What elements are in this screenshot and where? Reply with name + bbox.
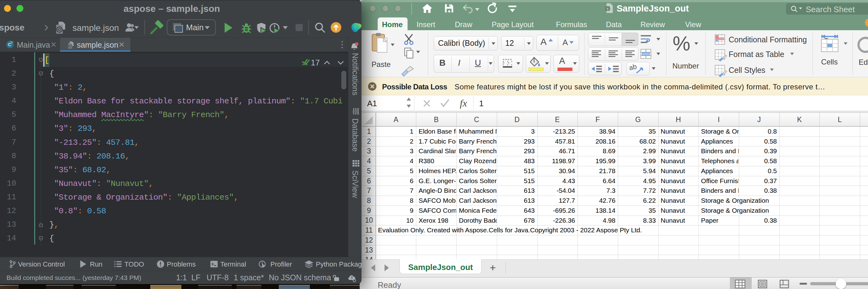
svg-text:?: ? [351,276,353,280]
svg-text:C: C [8,42,11,47]
svg-text:x: x [607,6,609,10]
